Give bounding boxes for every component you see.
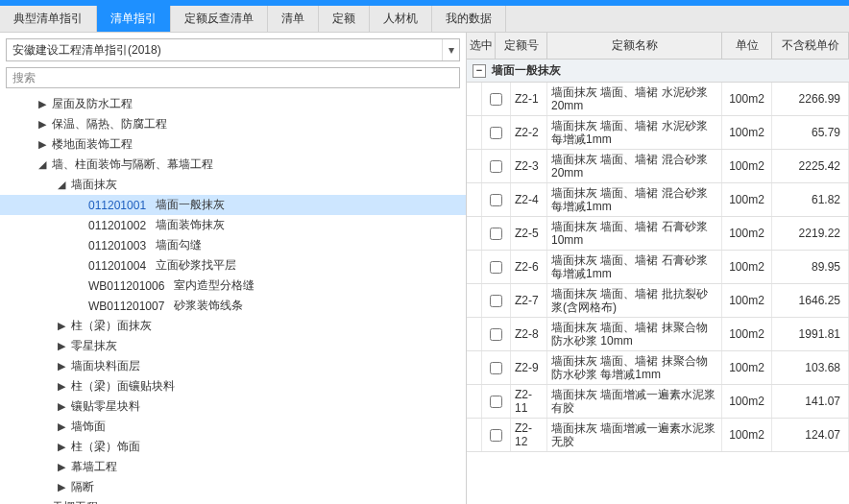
collapsed-icon[interactable]: ▶ (58, 340, 69, 352)
tree-node[interactable]: ▶隔断 (0, 477, 466, 497)
tree-node[interactable]: ▶柱（梁）面镶贴块料 (0, 376, 466, 396)
guide-selector[interactable]: 安徽建设工程清单指引(2018) ▾ (6, 38, 460, 61)
col-header-select[interactable]: 选中 (467, 33, 496, 59)
tree-node[interactable]: 011201002墙面装饰抹灰 (0, 215, 466, 235)
collapsed-icon[interactable]: ▶ (58, 461, 69, 473)
tree-node-label: 砂浆装饰线条 (172, 298, 243, 314)
table-row[interactable]: Z2-5墙面抹灰 墙面、墙裙 石膏砂浆 10mm100m22219.22 (467, 217, 849, 251)
tree-node[interactable]: 011201004立面砂浆找平层 (0, 255, 466, 276)
row-checkbox[interactable] (490, 194, 502, 206)
collapsed-icon[interactable]: ▶ (38, 138, 50, 151)
table-row[interactable]: Z2-1墙面抹灰 墙面、墙裙 水泥砂浆 20mm100m22266.99 (467, 83, 849, 116)
row-code: Z2-1 (511, 83, 547, 115)
collapsed-icon[interactable]: ▶ (58, 420, 69, 433)
tree-node[interactable]: ◢墙、柱面装饰与隔断、幕墙工程 (0, 155, 466, 175)
row-tree-line (467, 116, 482, 149)
tree-node[interactable]: ▶楼地面装饰工程 (0, 134, 466, 155)
tree-node-label: 柱（梁）饰面 (69, 439, 140, 455)
row-code: Z2-11 (511, 385, 547, 418)
tree-node-label: 墙、柱面装饰与隔断、幕墙工程 (50, 156, 213, 173)
col-header-unit[interactable]: 单位 (722, 33, 772, 59)
collapsed-icon[interactable]: ▶ (38, 98, 50, 110)
table-row[interactable]: Z2-12墙面抹灰 墙面增减一遍素水泥浆 无胶100m2124.07 (467, 419, 849, 452)
tab-5[interactable]: 人材机 (370, 6, 432, 32)
table-row[interactable]: Z2-2墙面抹灰 墙面、墙裙 水泥砂浆 每增减1mm100m265.79 (467, 116, 849, 150)
tree-node-label: 隔断 (69, 479, 94, 495)
collapse-icon[interactable]: − (473, 64, 486, 78)
collapsed-icon[interactable]: ▶ (58, 360, 69, 372)
tree-node[interactable]: ▶柱（梁）饰面 (0, 437, 466, 457)
collapsed-icon[interactable]: ▶ (58, 400, 69, 413)
row-checkbox[interactable] (490, 160, 502, 173)
tree-node-code: 011201001 (88, 199, 146, 212)
tree-node[interactable]: ▶镶贴零星块料 (0, 396, 466, 417)
tab-1[interactable]: 清单指引 (97, 6, 171, 32)
tab-6[interactable]: 我的数据 (432, 6, 506, 32)
chevron-down-icon[interactable]: ▾ (442, 39, 459, 60)
col-header-code[interactable]: 定额号 (496, 33, 547, 59)
tree-node[interactable]: ▶墙饰面 (0, 417, 466, 437)
table-row[interactable]: Z2-3墙面抹灰 墙面、墙裙 混合砂浆 20mm100m22225.42 (467, 150, 849, 183)
collapsed-icon[interactable]: ▶ (38, 118, 50, 131)
row-unit: 100m2 (722, 318, 772, 350)
group-row[interactable]: − 墙面一般抹灰 (467, 60, 849, 83)
tree-node-label: 保温、隔热、防腐工程 (50, 116, 167, 132)
row-select-cell (482, 419, 511, 451)
tree-node[interactable]: ▶柱（梁）面抹灰 (0, 316, 466, 336)
table-row[interactable]: Z2-9墙面抹灰 墙面、墙裙 抹聚合物防水砂浆 每增减1mm100m2103.6… (467, 351, 849, 385)
table-row[interactable]: Z2-11墙面抹灰 墙面增减一遍素水泥浆 有胶100m2141.07 (467, 385, 849, 419)
row-checkbox[interactable] (490, 127, 502, 139)
col-header-price[interactable]: 不含税单价 (772, 33, 849, 59)
table-row[interactable]: Z2-4墙面抹灰 墙面、墙裙 混合砂浆 每增减1mm100m261.82 (467, 183, 849, 217)
row-tree-line (467, 284, 482, 317)
expanded-icon[interactable]: ◢ (58, 179, 69, 191)
row-checkbox[interactable] (490, 228, 502, 240)
row-code: Z2-6 (511, 251, 547, 283)
row-price: 2225.42 (772, 150, 849, 182)
table-row[interactable]: Z2-7墙面抹灰 墙面、墙裙 批抗裂砂浆(含网格布)100m21646.25 (467, 284, 849, 318)
row-unit: 100m2 (722, 83, 772, 115)
row-checkbox[interactable] (490, 261, 502, 274)
row-tree-line (467, 351, 482, 384)
table-row[interactable]: Z2-6墙面抹灰 墙面、墙裙 石膏砂浆 每增减1mm100m289.95 (467, 251, 849, 284)
row-checkbox[interactable] (490, 429, 502, 442)
tree-node[interactable]: WB011201006室内造型分格缝 (0, 276, 466, 296)
collapsed-icon[interactable]: ▶ (58, 320, 69, 332)
collapsed-icon[interactable]: ▶ (58, 380, 69, 393)
tab-2[interactable]: 定额反查清单 (171, 6, 268, 32)
col-header-name[interactable]: 定额名称 (547, 33, 722, 59)
row-tree-line (467, 183, 482, 216)
table-row[interactable]: Z2-8墙面抹灰 墙面、墙裙 抹聚合物防水砂浆 10mm100m21991.81 (467, 318, 849, 351)
row-price: 89.95 (772, 251, 849, 283)
tree-node[interactable]: 011201001墙面一般抹灰 (0, 195, 466, 215)
tab-4[interactable]: 定额 (319, 6, 370, 32)
tree-node-code: 011201003 (88, 239, 146, 252)
tree-node[interactable]: ▶墙面块料面层 (0, 356, 466, 376)
row-checkbox[interactable] (490, 295, 502, 307)
tree-node[interactable]: ▶天棚工程 (0, 497, 466, 504)
row-name: 墙面抹灰 墙面、墙裙 抹聚合物防水砂浆 10mm (547, 318, 722, 350)
tree-node-label: 墙面勾缝 (154, 237, 202, 253)
collapsed-icon[interactable]: ▶ (58, 441, 69, 453)
tree-node[interactable]: ▶屋面及防水工程 (0, 94, 466, 114)
row-checkbox[interactable] (490, 328, 502, 341)
tree-node[interactable]: ▶幕墙工程 (0, 457, 466, 477)
tree-node-label: 柱（梁）面抹灰 (69, 318, 152, 334)
group-label: 墙面一般抹灰 (492, 62, 561, 79)
tree-node[interactable]: ◢墙面抹灰 (0, 175, 466, 195)
expanded-icon[interactable]: ◢ (38, 158, 50, 171)
tree-node-label: 室内造型分格缝 (172, 277, 255, 294)
row-checkbox[interactable] (490, 396, 502, 408)
tree-node[interactable]: ▶保温、隔热、防腐工程 (0, 114, 466, 134)
search-input[interactable]: 搜索 (6, 67, 460, 88)
row-code: Z2-5 (511, 217, 547, 250)
tab-3[interactable]: 清单 (268, 6, 319, 32)
tree-node[interactable]: WB011201007砂浆装饰线条 (0, 296, 466, 316)
tree-node[interactable]: ▶零星抹灰 (0, 336, 466, 356)
row-checkbox[interactable] (490, 93, 502, 106)
tab-0[interactable]: 典型清单指引 (0, 6, 97, 32)
left-panel: 安徽建设工程清单指引(2018) ▾ 搜索 ▶屋面及防水工程▶保温、隔热、防腐工… (0, 33, 467, 504)
row-checkbox[interactable] (490, 362, 502, 374)
collapsed-icon[interactable]: ▶ (58, 481, 69, 493)
tree-node[interactable]: 011201003墙面勾缝 (0, 235, 466, 255)
